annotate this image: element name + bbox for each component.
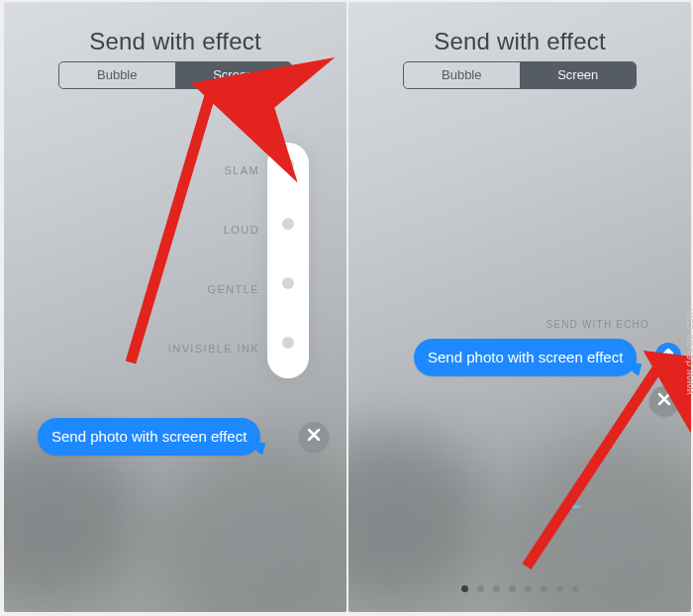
page-dot[interactable] bbox=[509, 585, 516, 592]
page-dot[interactable] bbox=[461, 585, 468, 592]
close-button[interactable] bbox=[299, 422, 329, 452]
screenshot-right: Send with effect Bubble Screen SEND WITH… bbox=[348, 2, 691, 612]
title-strong: effect bbox=[202, 28, 260, 54]
annotation-arrow bbox=[91, 75, 249, 376]
title-pre: Send with bbox=[89, 28, 202, 54]
effect-dot-gentle[interactable] bbox=[282, 277, 294, 289]
message-text: Send photo with screen effect bbox=[51, 428, 247, 445]
page-dot[interactable] bbox=[477, 585, 484, 592]
effect-dot-slam[interactable] bbox=[282, 158, 294, 170]
page-title: Send with effect bbox=[4, 28, 346, 55]
effect-dot-loud[interactable] bbox=[282, 218, 294, 230]
page-dot[interactable] bbox=[572, 585, 579, 592]
close-icon bbox=[307, 428, 321, 446]
screen-effect-name: SEND WITH ECHO bbox=[545, 319, 649, 330]
message-bubble: Send photo with screen effect bbox=[38, 418, 260, 456]
page-dot[interactable] bbox=[493, 585, 500, 592]
effect-mode-segmented[interactable]: Bubble Screen bbox=[403, 61, 637, 89]
annotation-arrow bbox=[497, 339, 691, 580]
screenshot-left: Send with effect Bubble Screen SLAM LOUD… bbox=[4, 2, 346, 612]
page-dot[interactable] bbox=[556, 585, 563, 592]
page-dot[interactable] bbox=[525, 585, 532, 592]
page-dot[interactable] bbox=[541, 585, 547, 592]
title-strong: effect bbox=[546, 28, 605, 54]
page-indicator[interactable] bbox=[348, 585, 691, 592]
page-title: Send with effect bbox=[348, 28, 691, 55]
tab-screen[interactable]: Screen bbox=[520, 62, 637, 88]
watermark: www.deuaq.com bbox=[683, 308, 693, 394]
title-pre: Send with bbox=[434, 28, 546, 54]
effect-selector[interactable] bbox=[267, 143, 309, 378]
effect-dot-invisible-ink[interactable] bbox=[282, 337, 294, 349]
tab-bubble[interactable]: Bubble bbox=[404, 62, 520, 88]
